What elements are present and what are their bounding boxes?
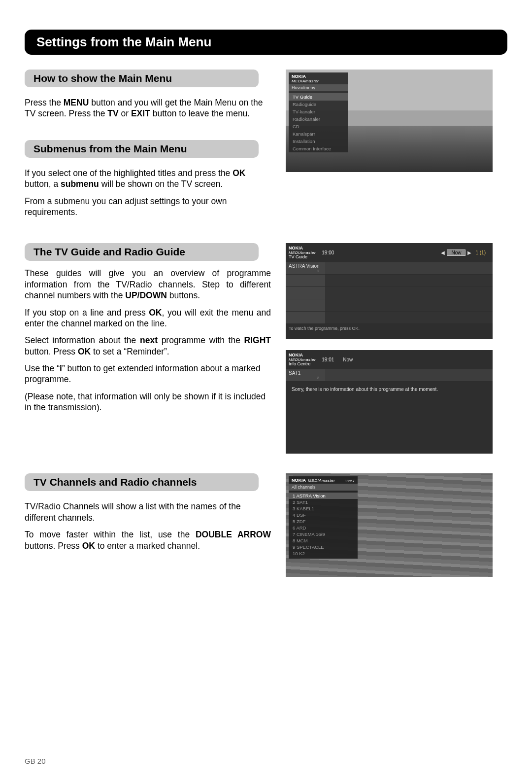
paragraph: Select information about the next progra… — [25, 335, 271, 357]
tvguide-time: 19:00 — [322, 250, 334, 255]
info-time: 19:01 — [322, 357, 334, 362]
heading-submenus: Submenus from the Main Menu — [25, 140, 259, 158]
channel-list-item: 10 K2 — [289, 550, 358, 557]
guide-row: ASTRA Vision 1 — [286, 262, 493, 275]
guide-row — [286, 275, 493, 287]
osd-menu-title: Huvudmeny — [289, 84, 348, 91]
brand: NOKIA MEDIAmaster 11:57 — [289, 476, 358, 483]
tvguide-footer: To watch the programme, press OK. — [286, 324, 493, 333]
channels-time: 11:57 — [345, 479, 355, 483]
heading-guides: The TV Guide and Radio Guide — [25, 243, 259, 261]
paragraph: (Please note, that information will only… — [25, 391, 271, 413]
info-header: NOKIA MEDIAmaster Info Centre 19:01 Now — [286, 350, 493, 369]
channel-list-item: 7 CINEMA 16/9 — [289, 531, 358, 537]
channel-name: ASTRA Vision — [289, 263, 322, 269]
paragraph: To move faster within the list, use the … — [25, 529, 271, 551]
arrow-right-icon: ▶ — [467, 250, 471, 255]
osd-menu-item: CD — [289, 123, 348, 130]
page-footer: GB 20 — [25, 757, 46, 765]
brand: NOKIA MEDIAmaster — [289, 72, 348, 83]
osd-menu-item: TV-kanaler — [289, 108, 348, 115]
now-selector: ◀ Now ▶ — [441, 249, 471, 256]
channel-number: 1 — [289, 269, 322, 273]
osd-menu-item: Kanalspärr — [289, 130, 348, 138]
paragraph: Press the MENU button and you will get t… — [25, 97, 271, 119]
page-title: Settings from the Main Menu — [25, 30, 507, 55]
screenshot-channel-list: NOKIA MEDIAmaster 11:57 All channels 1 A… — [286, 473, 493, 577]
page-indicator: 1 (1) — [475, 250, 486, 255]
osd-menu-item: Common Interface — [289, 145, 348, 152]
section-channels: TV Channels and Radio channels TV/Radio … — [25, 473, 507, 577]
info-message: Sorry, there is no information about thi… — [286, 382, 493, 456]
channel-list-item: 2 SAT1 — [289, 499, 358, 505]
now-label: Now — [343, 357, 353, 362]
osd-menu-item: Installation — [289, 138, 348, 145]
paragraph: If you stop on a line and press OK, you … — [25, 307, 271, 329]
section-guides: The TV Guide and Radio Guide These guide… — [25, 243, 507, 454]
brand: NOKIA MEDIAmaster Info Centre — [289, 353, 316, 366]
paragraph: These guides will give you an overview o… — [25, 268, 271, 301]
channel-name: SAT1 — [289, 370, 322, 376]
channel-list-item: 1 ASTRA Vision — [289, 493, 358, 499]
paragraph: If you select one of the highlighted tit… — [25, 168, 271, 190]
heading-show-main-menu: How to show the Main Menu — [25, 70, 259, 87]
osd-menu-item: Radioguide — [289, 101, 348, 108]
guide-row — [286, 312, 493, 324]
tvguide-header: NOKIA MEDIAmaster TV Guide 19:00 ◀ Now ▶… — [286, 243, 493, 262]
osd-menu-item: Radiokanaler — [289, 115, 348, 123]
channel-list-item: 4 DSF — [289, 512, 358, 518]
brand: NOKIA MEDIAmaster TV Guide — [289, 246, 316, 259]
channel-list-item: 6 ARD — [289, 525, 358, 531]
channels-title: All channels — [289, 484, 358, 491]
info-channel-row: SAT1 2 — [286, 369, 493, 382]
manual-page: Settings from the Main Menu How to show … — [0, 0, 532, 780]
channel-number: 2 — [289, 376, 322, 380]
screenshot-info-centre: NOKIA MEDIAmaster Info Centre 19:01 Now … — [286, 350, 493, 454]
arrow-left-icon: ◀ — [441, 250, 445, 255]
guide-row — [286, 287, 493, 299]
channel-list-item: 3 KABEL1 — [289, 505, 358, 512]
osd-menu-panel: NOKIA MEDIAmaster Huvudmeny TV GuideRadi… — [289, 72, 348, 152]
guide-row — [286, 299, 493, 312]
screenshot-main-menu: NOKIA MEDIAmaster Huvudmeny TV GuideRadi… — [286, 70, 493, 172]
channel-list-item: 5 ZDF — [289, 518, 358, 525]
channel-list-item: 8 MCM — [289, 537, 358, 544]
channel-list-panel: NOKIA MEDIAmaster 11:57 All channels 1 A… — [289, 476, 358, 559]
channel-list-item: 9 SPECTACLE — [289, 544, 358, 550]
paragraph: Use the “i” button to get extended infor… — [25, 363, 271, 385]
osd-menu-item: TV Guide — [289, 93, 348, 101]
paragraph: From a submenu you can adjust settings t… — [25, 196, 271, 218]
paragraph: TV/Radio Channels will show a list with … — [25, 501, 271, 523]
heading-channels: TV Channels and Radio channels — [25, 473, 259, 491]
screenshot-tv-guide: NOKIA MEDIAmaster TV Guide 19:00 ◀ Now ▶… — [286, 243, 493, 339]
section-show-main-menu: How to show the Main Menu Press the MENU… — [25, 70, 507, 223]
